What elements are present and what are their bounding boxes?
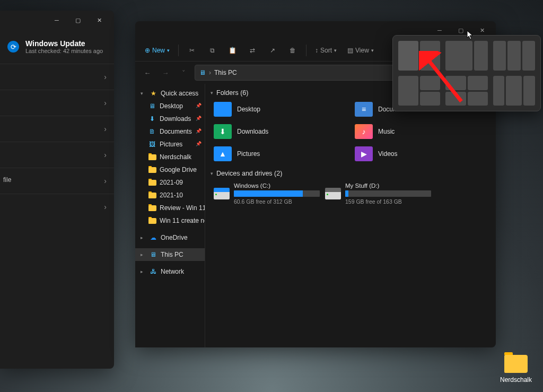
drives-header[interactable]: ▾Devices and drives (2) [211,167,491,180]
rename-button[interactable]: ⇄ [243,42,261,58]
close-button[interactable]: ✕ [89,12,110,28]
desktop-icon-label: Nerdschalk [497,376,535,384]
chevron-right-icon: › [104,99,107,107]
settings-row[interactable]: › [0,168,114,194]
paste-button[interactable]: 📋 [223,42,241,58]
sidebar-network[interactable]: ▸🖧Network [135,265,205,278]
up-button[interactable]: ˅ [177,66,190,80]
settings-window: ─ ▢ ✕ ⟳ Windows Update Last checked: 42 … [0,11,114,369]
folder-icon [148,179,156,186]
sidebar-item[interactable]: 🗎Documents📌 [135,125,205,138]
sidebar-item-label: Win 11 create new [160,217,205,224]
windows-update-row[interactable]: ⟳ Windows Update Last checked: 42 minute… [0,35,114,64]
sidebar-item-label: Documents [160,128,192,135]
back-button[interactable]: ← [141,66,154,80]
snap-layout-center-thirds[interactable] [493,76,535,106]
copy-button[interactable]: ⧉ [203,42,221,58]
sidebar-item[interactable]: Nerdschalk [135,151,205,163]
folder-icon [148,153,156,161]
cut-icon: ✂ [189,47,195,54]
cropped-label: file [0,174,11,186]
snap-layout-half-quarters[interactable] [398,76,440,106]
folder-label: Downloads [237,128,268,135]
pc-icon: 🖥 [199,69,206,76]
breadcrumb[interactable]: This PC [214,69,237,76]
drive-icon [214,188,230,199]
minimize-button[interactable]: ─ [46,12,67,28]
snap-layout-quarters[interactable] [445,76,487,106]
chevron-right-icon: › [104,73,107,81]
drive-free-text: 159 GB free of 163 GB [345,198,431,205]
sidebar-item[interactable]: Google Drive [135,163,205,176]
sync-icon: ⟳ [7,41,19,53]
chevron-right-icon: › [104,177,107,185]
folder-icon: ⬇ [214,124,232,139]
snap-layout-thirds[interactable] [493,41,535,71]
sidebar-this-pc[interactable]: ▸🖥This PC [135,248,205,261]
settings-row[interactable]: › [0,142,114,168]
update-title: Windows Update [25,39,103,48]
settings-titlebar: ─ ▢ ✕ [0,11,114,30]
sidebar-onedrive[interactable]: ▸☁OneDrive [135,231,205,244]
sidebar-item-label: Google Drive [160,166,197,173]
pc-icon: 🖥 [149,251,157,258]
sort-button[interactable]: ↕Sort▾ [311,42,341,58]
folder-label: Videos [378,150,397,158]
sidebar-item[interactable]: ⬇Downloads📌 [135,112,205,125]
view-button[interactable]: ▤View▾ [343,42,378,58]
pin-icon: 📌 [196,116,202,121]
share-button[interactable]: ↗ [264,42,282,58]
sidebar-item[interactable]: 2021-09 [135,176,205,189]
folder-item[interactable]: ▲Pictures [214,146,349,161]
sidebar-quick-access[interactable]: ▾★Quick access [135,87,205,100]
settings-row[interactable]: › [0,64,114,90]
folder-icon: 🗎 [148,128,156,135]
desktop-folder-nerdschalk[interactable]: Nerdschalk [497,355,535,384]
folder-item[interactable]: ♪Music [355,124,491,139]
cut-button[interactable]: ✂ [183,42,201,58]
folder-icon [148,204,156,212]
copy-icon: ⧉ [210,47,215,54]
view-icon: ▤ [347,47,353,54]
sidebar-item[interactable]: Review - Win 11 st [135,202,205,214]
settings-row[interactable]: › [0,194,114,220]
sidebar-item[interactable]: Win 11 create new [135,214,205,227]
folder-icon: 🖼 [148,141,156,148]
folder-item[interactable]: Desktop [214,102,349,117]
folder-icon: 🖥 [148,102,156,110]
sidebar: ▾★Quick access 🖥Desktop📌⬇Downloads📌🗎Docu… [135,84,205,347]
sidebar-item[interactable]: 🖼Pictures📌 [135,138,205,151]
snap-layout-half[interactable] [398,41,440,71]
new-button[interactable]: ⊕New▾ [141,42,174,58]
folder-item[interactable]: ⬇Downloads [214,124,349,139]
sidebar-item-label: Downloads [160,115,191,123]
trash-icon: 🗑 [290,47,296,54]
settings-row[interactable]: › [0,116,114,142]
pin-icon: 📌 [196,141,202,146]
forward-button[interactable]: → [159,66,172,80]
sidebar-item[interactable]: 2021-10 [135,189,205,202]
folder-icon: ≡ [355,102,373,117]
drive-usage-bar [234,190,320,197]
drive-item[interactable]: Windows (C:)60.6 GB free of 312 GB [214,182,320,205]
folder-icon: ▶ [355,146,373,161]
chevron-right-icon: › [104,151,107,159]
settings-row[interactable]: › [0,90,114,116]
folder-icon [214,102,232,117]
folder-icon: ♪ [355,124,373,139]
drive-item[interactable]: My Stuff (D:)159 GB free of 163 GB [325,182,431,205]
folder-icon [148,217,156,224]
network-icon: 🖧 [149,268,157,275]
cloud-icon: ☁ [149,234,157,241]
snap-layout-two-thirds[interactable] [445,41,487,71]
sidebar-item-label: Nerdschalk [160,153,191,161]
folder-item[interactable]: ▶Videos [355,146,491,161]
star-icon: ★ [149,90,157,97]
folder-label: Music [378,128,395,135]
maximize-button[interactable]: ▢ [67,12,89,28]
sidebar-item[interactable]: 🖥Desktop📌 [135,100,205,112]
delete-button[interactable]: 🗑 [284,42,302,58]
pin-icon: 📌 [196,128,202,134]
sidebar-item-label: 2021-10 [160,191,183,199]
explorer-content: ▾Folders (6) Desktop≡Documents⬇Downloads… [205,84,496,347]
